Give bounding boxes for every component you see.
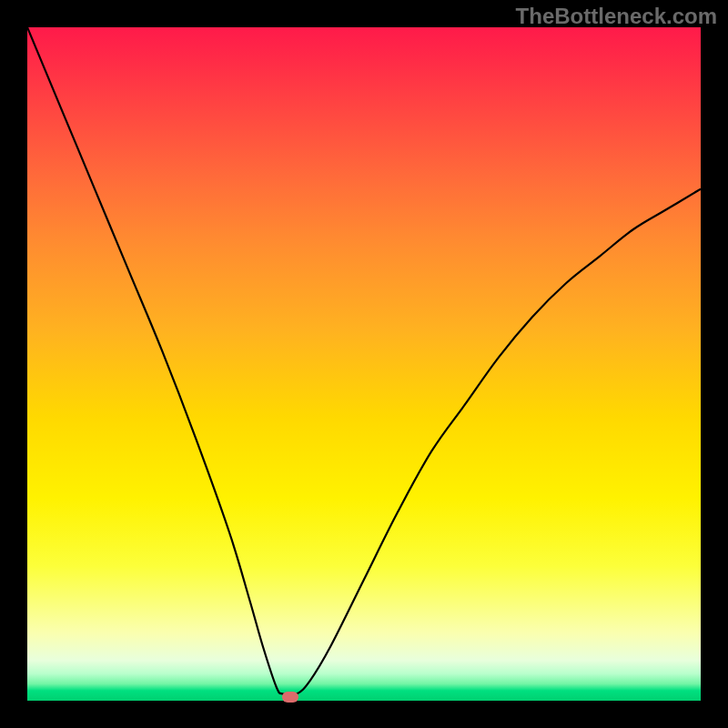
watermark-text: TheBottleneck.com: [516, 4, 717, 29]
chart-plot-area: [27, 27, 701, 701]
bottleneck-curve-line: [27, 27, 701, 695]
chart-curve-svg: [27, 27, 701, 701]
optimal-point-marker: [282, 692, 298, 703]
